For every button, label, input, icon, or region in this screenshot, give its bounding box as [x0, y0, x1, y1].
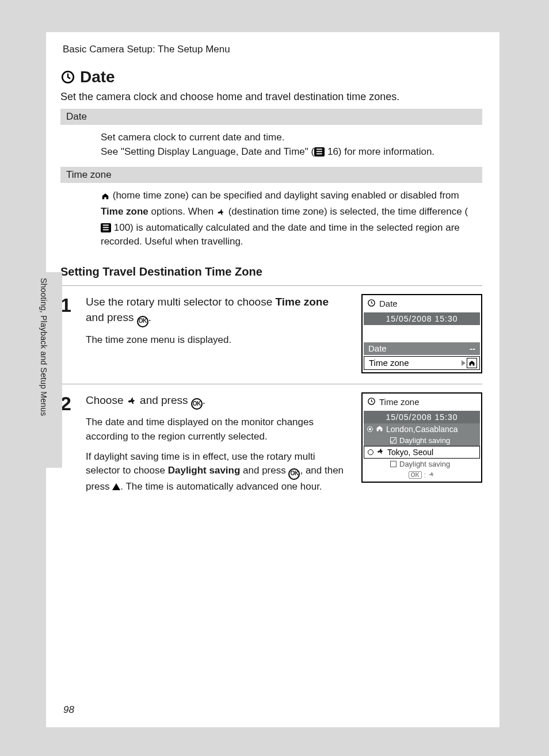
lcd-footer-hint: OK :	[364, 469, 480, 479]
page-title-text: Date	[80, 68, 115, 86]
lcd-home-row: London,Casablanca	[364, 423, 480, 435]
step-text: Choose and press OK. The date and time d…	[86, 392, 351, 499]
lcd-title: Time zone	[364, 395, 480, 411]
step-text: Use the rotary multi selector to choose …	[86, 294, 351, 353]
section-header-date: Date	[60, 109, 482, 125]
lcd-home-ds: Daylight saving	[364, 435, 480, 446]
airplane-icon	[216, 207, 226, 221]
home-icon	[467, 358, 477, 368]
subsection-title: Setting Travel Destination Time Zone	[60, 265, 482, 278]
lcd-row-date: Date --	[364, 342, 480, 355]
ok-hint-icon: OK	[409, 471, 422, 479]
home-icon	[376, 425, 383, 434]
checkbox-checked-icon	[390, 437, 396, 444]
lcd-dest-row-selected: Tokyo, Seoul	[364, 446, 480, 459]
page-ref-icon: ☰	[314, 147, 325, 156]
lcd-datetime: 15/05/2008 15:30	[364, 312, 480, 325]
step-p2: If daylight saving time is in effect, us…	[86, 450, 345, 494]
triangle-up-icon	[112, 483, 120, 490]
ok-button-icon: OK	[137, 316, 148, 327]
date-line2: See "Setting Display Language, Date and …	[101, 145, 476, 159]
step-2: 2 Choose and press OK. The date and time…	[60, 384, 482, 510]
date-line1: Set camera clock to current date and tim…	[101, 131, 476, 145]
radio-selected-icon	[367, 426, 373, 432]
step-p1: The date and time displayed on the monit…	[86, 415, 345, 444]
clock-icon	[60, 70, 75, 85]
page-title: Date	[60, 68, 482, 86]
section-body-timezone: (home time zone) can be specified and da…	[60, 188, 482, 257]
ok-button-icon: OK	[191, 398, 203, 410]
chevron-right-icon	[462, 360, 466, 366]
side-tab: Shooting, Playback and Setup Menus	[46, 272, 62, 468]
step-1: 1 Use the rotary multi selector to choos…	[60, 286, 482, 384]
lcd-title: Date	[364, 296, 480, 312]
airplane-icon	[127, 394, 137, 410]
checkbox-unchecked-icon	[390, 461, 396, 467]
radio-unselected-icon	[368, 449, 373, 455]
ok-button-icon: OK	[288, 468, 300, 480]
lcd-datetime: 15/05/2008 15:30	[364, 411, 480, 423]
section-body-date: Set camera clock to current date and tim…	[60, 129, 482, 167]
airplane-icon	[376, 448, 384, 457]
page-number: 98	[63, 704, 74, 716]
lcd-screenshot-date: Date 15/05/2008 15:30 Date -- Time zone	[361, 294, 482, 373]
section-header-timezone: Time zone	[60, 167, 482, 183]
lcd-screenshot-timezone: Time zone 15/05/2008 15:30 London,Casabl…	[361, 392, 482, 483]
step-lead: Choose and press OK.	[86, 392, 345, 410]
side-tab-label: Shooting, Playback and Setup Menus	[39, 278, 48, 456]
breadcrumb: Basic Camera Setup: The Setup Menu	[60, 44, 482, 55]
step-body: The time zone menu is displayed.	[86, 333, 345, 348]
lcd-dest-ds: Daylight saving	[364, 459, 480, 469]
clock-icon	[367, 397, 376, 407]
clock-icon	[367, 299, 376, 309]
dashes-icon: --	[467, 343, 478, 354]
airplane-icon	[428, 471, 435, 479]
step-number: 1	[60, 294, 75, 315]
manual-page: Shooting, Playback and Setup Menus Basic…	[46, 32, 500, 727]
page-ref-icon: ☰	[101, 223, 111, 232]
intro-text: Set the camera clock and choose home and…	[60, 91, 482, 103]
home-icon	[101, 190, 110, 205]
step-lead: Use the rotary multi selector to choose …	[86, 294, 345, 327]
lcd-row-timezone-selected: Time zone	[364, 356, 480, 370]
step-number: 2	[60, 392, 75, 413]
